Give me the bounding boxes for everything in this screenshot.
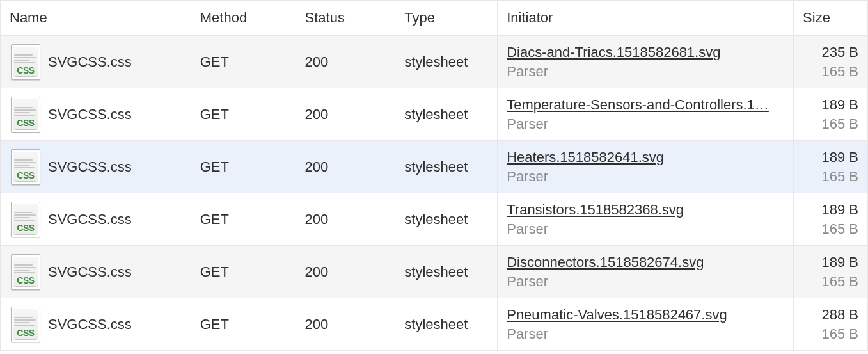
size-transferred: 288 B [822, 307, 859, 323]
initiator-source: Parser [507, 326, 784, 342]
css-icon-label: CSS [17, 328, 34, 337]
type-value: stylesheet [404, 211, 468, 227]
status-value: 200 [305, 159, 329, 175]
css-file-icon: CSS [11, 97, 40, 133]
status-value: 200 [305, 211, 329, 227]
css-icon-label: CSS [17, 66, 34, 75]
file-name: SVGCSS.css [48, 159, 132, 175]
table-row[interactable]: CSS SVGCSS.css GET 200 stylesheet Discon… [1, 246, 868, 298]
size-transferred: 189 B [822, 97, 859, 113]
css-file-icon: CSS [11, 44, 40, 80]
type-value: stylesheet [404, 316, 468, 332]
initiator-link[interactable]: Disconnectors.1518582674.svg [507, 254, 784, 271]
css-file-icon: CSS [11, 254, 40, 290]
size-resource: 165 B [822, 116, 859, 133]
table-header-row: Name Method Status Type Initiator Size [1, 1, 868, 36]
size-resource: 165 B [822, 326, 859, 342]
type-value: stylesheet [404, 106, 468, 122]
size-resource: 165 B [822, 273, 859, 290]
method-value: GET [200, 211, 229, 227]
size-resource: 165 B [822, 168, 859, 185]
css-icon-label: CSS [17, 223, 34, 232]
file-name: SVGCSS.css [48, 264, 132, 280]
network-table: Name Method Status Type Initiator Size C… [0, 0, 868, 351]
size-transferred: 189 B [822, 202, 859, 218]
table-row[interactable]: CSS SVGCSS.css GET 200 stylesheet Transi… [1, 193, 868, 246]
initiator-link[interactable]: Pneumatic-Valves.1518582467.svg [507, 307, 784, 323]
initiator-link[interactable]: Diacs-and-Triacs.1518582681.svg [507, 44, 784, 61]
header-size[interactable]: Size [794, 1, 868, 36]
header-name[interactable]: Name [1, 1, 191, 36]
initiator-source: Parser [507, 168, 784, 185]
css-icon-label: CSS [17, 276, 34, 285]
method-value: GET [200, 316, 229, 332]
initiator-link[interactable]: Temperature-Sensors-and-Controllers.1… [507, 97, 784, 113]
css-icon-label: CSS [17, 171, 34, 180]
header-status[interactable]: Status [296, 1, 395, 36]
size-transferred: 189 B [822, 149, 859, 166]
file-name: SVGCSS.css [48, 211, 132, 228]
size-transferred: 235 B [822, 44, 859, 61]
css-file-icon: CSS [11, 307, 40, 342]
initiator-link[interactable]: Transistors.1518582368.svg [507, 202, 784, 218]
status-value: 200 [305, 54, 329, 70]
initiator-link[interactable]: Heaters.1518582641.svg [507, 149, 784, 166]
size-transferred: 189 B [822, 254, 859, 271]
table-row[interactable]: CSS SVGCSS.css GET 200 stylesheet Temper… [1, 88, 868, 141]
type-value: stylesheet [404, 264, 468, 280]
table-row[interactable]: CSS SVGCSS.css GET 200 stylesheet Heater… [1, 141, 868, 193]
initiator-source: Parser [507, 273, 784, 290]
method-value: GET [200, 106, 229, 122]
method-value: GET [200, 159, 229, 175]
status-value: 200 [305, 106, 329, 122]
header-type[interactable]: Type [395, 1, 498, 36]
initiator-source: Parser [507, 221, 784, 237]
size-resource: 165 B [822, 221, 859, 237]
header-initiator[interactable]: Initiator [498, 1, 794, 36]
css-icon-label: CSS [17, 118, 34, 127]
method-value: GET [200, 54, 229, 70]
type-value: stylesheet [404, 159, 468, 175]
table-row[interactable]: CSS SVGCSS.css GET 200 stylesheet Pneuma… [1, 298, 868, 351]
table-row[interactable]: CSS SVGCSS.css GET 200 stylesheet Diacs-… [1, 36, 868, 88]
size-resource: 165 B [822, 63, 859, 80]
status-value: 200 [305, 264, 329, 280]
file-name: SVGCSS.css [48, 106, 132, 123]
header-method[interactable]: Method [191, 1, 296, 36]
initiator-source: Parser [507, 116, 784, 133]
file-name: SVGCSS.css [48, 54, 132, 70]
initiator-source: Parser [507, 63, 784, 80]
type-value: stylesheet [404, 54, 468, 70]
css-file-icon: CSS [11, 202, 40, 237]
css-file-icon: CSS [11, 149, 40, 185]
file-name: SVGCSS.css [48, 316, 132, 333]
status-value: 200 [305, 316, 329, 332]
method-value: GET [200, 264, 229, 280]
